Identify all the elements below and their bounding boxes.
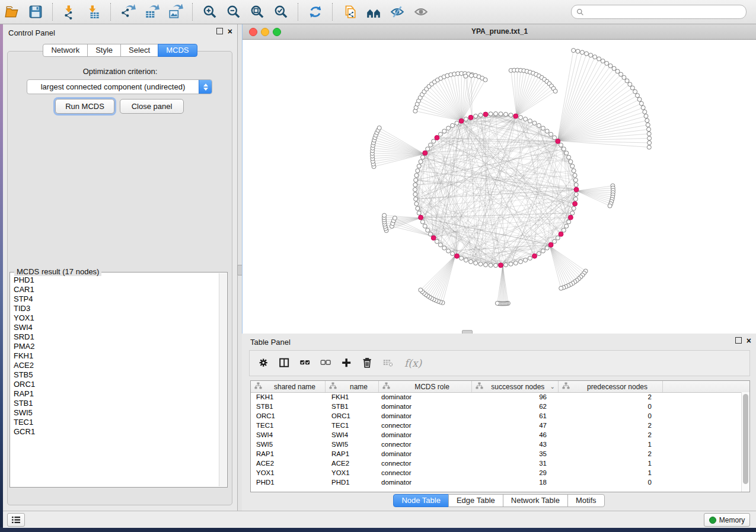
tab-motifs[interactable]: Motifs	[567, 494, 605, 507]
table-cell: 46	[470, 430, 556, 440]
column-header-successor-nodes[interactable]: successor nodes⌄	[472, 381, 559, 392]
window-minimize-button[interactable]	[261, 28, 269, 36]
column-header-MCDS-role[interactable]: MCDS role	[379, 381, 472, 392]
table-row[interactable]: ORC1ORC1dominator610	[251, 411, 742, 421]
table-row[interactable]: YOX1YOX1connector291	[251, 468, 742, 477]
mcds-list-scrollbar[interactable]	[219, 273, 227, 486]
table-row[interactable]: SWI5SWI5connector431	[251, 440, 742, 449]
table-row[interactable]: PHD1PHD1dominator180	[251, 477, 742, 487]
zoom-in-icon[interactable]	[201, 3, 219, 21]
search-network-icon[interactable]	[365, 3, 382, 21]
table-cell: 0	[556, 402, 660, 411]
mcds-result-item[interactable]: ACE2	[14, 361, 219, 370]
node-table-header[interactable]: shared namenameMCDS rolesuccessor nodes⌄…	[251, 381, 749, 393]
column-header-predecessor-nodes[interactable]: predecessor nodes	[559, 381, 663, 392]
tab-network-table[interactable]: Network Table	[503, 494, 568, 507]
table-scrollbar[interactable]	[741, 392, 749, 492]
mcds-result-item[interactable]: YOX1	[14, 313, 219, 323]
mcds-result-item[interactable]: STP4	[14, 294, 219, 304]
import-table-icon[interactable]	[85, 3, 103, 21]
table-row[interactable]: SWI4SWI4dominator462	[251, 430, 742, 440]
export-image-icon[interactable]	[167, 3, 184, 21]
refresh-icon[interactable]	[307, 3, 324, 21]
zoom-out-icon[interactable]	[225, 3, 243, 21]
mcds-result-list[interactable]: PHD1CAR1STP4TID3YOX1SWI4SRD1PMA2FKH1ACE2…	[11, 275, 219, 486]
table-scrollbar-thumb[interactable]	[743, 394, 748, 484]
select-all-icon[interactable]	[299, 357, 312, 370]
close-panel-icon[interactable]: ×	[228, 28, 232, 34]
show-columns-icon[interactable]	[279, 357, 291, 370]
mcds-result-item[interactable]: TEC1	[14, 418, 219, 427]
table-row[interactable]: TEC1TEC1connector472	[251, 421, 742, 430]
zoom-fit-icon[interactable]	[248, 3, 266, 21]
mcds-result-item[interactable]: RAP1	[14, 389, 219, 399]
table-panel-titlebar: Table Panel ×	[242, 334, 756, 349]
export-table-icon[interactable]	[143, 3, 161, 21]
tab-style[interactable]: Style	[87, 44, 121, 57]
show-all-icon[interactable]	[412, 3, 430, 21]
toolbar-search[interactable]	[571, 5, 747, 19]
deselect-all-icon[interactable]	[320, 357, 333, 370]
network-graph[interactable]	[243, 40, 756, 334]
save-session-icon[interactable]	[27, 3, 44, 21]
close-table-panel-icon[interactable]: ×	[747, 338, 751, 344]
search-input[interactable]	[587, 7, 741, 17]
table-row[interactable]: STB1STB1dominator620	[251, 402, 742, 411]
column-header-shared-name[interactable]: shared name	[251, 381, 326, 392]
table-settings-icon[interactable]	[258, 357, 270, 370]
table-cell: PHD1	[251, 477, 325, 487]
task-history-button[interactable]	[7, 513, 25, 527]
mcds-result-item[interactable]: FKH1	[14, 351, 219, 361]
mcds-result-item[interactable]: STB1	[14, 399, 219, 408]
memory-button[interactable]: Memory	[704, 513, 750, 527]
mcds-result-item[interactable]: TID3	[14, 304, 219, 313]
clone-network-icon[interactable]	[341, 3, 359, 21]
table-panel-tabs: Node TableEdge TableNetwork TableMotifs	[242, 494, 756, 507]
mcds-result-item[interactable]: ORC1	[14, 380, 219, 389]
search-icon	[576, 8, 584, 16]
hide-selected-icon[interactable]	[388, 3, 406, 21]
network-canvas[interactable]	[243, 40, 756, 334]
table-cell: ACE2	[325, 459, 378, 468]
mcds-result-item[interactable]: GCR1	[14, 427, 219, 437]
table-cell: SWI5	[325, 440, 378, 449]
criterion-dropdown[interactable]: largest connected component (undirected)	[27, 79, 212, 94]
memory-status-icon	[709, 517, 716, 524]
mcds-result-item[interactable]: CAR1	[14, 285, 219, 294]
table-cell: connector	[378, 421, 470, 430]
table-row[interactable]: ACE2ACE2connector311	[251, 459, 742, 468]
table-cell: 1	[556, 468, 660, 477]
mcds-result-item[interactable]: SWI4	[14, 323, 219, 332]
tab-network[interactable]: Network	[43, 44, 88, 57]
window-zoom-button[interactable]	[273, 28, 281, 36]
export-network-icon[interactable]	[119, 3, 137, 21]
desktop: Control Panel × NetworkStyleSelectMCDS O…	[0, 0, 756, 532]
table-row[interactable]: FKH1FKH1dominator962	[251, 392, 742, 402]
mcds-result-item[interactable]: PHD1	[14, 275, 219, 285]
zoom-selected-icon[interactable]	[272, 3, 290, 21]
mcds-result-item[interactable]: PMA2	[14, 342, 219, 351]
mcds-result-item[interactable]: SWI5	[14, 408, 219, 418]
add-row-icon[interactable]	[341, 357, 353, 370]
table-row[interactable]: RAP1RAP1dominator352	[251, 449, 742, 459]
close-panel-button[interactable]: Close panel	[120, 99, 184, 114]
float-panel-icon[interactable]	[216, 28, 223, 34]
window-close-button[interactable]	[249, 28, 257, 36]
mcds-result-item[interactable]: SRD1	[14, 332, 219, 342]
run-mcds-button[interactable]: Run MCDS	[55, 99, 114, 114]
tab-mcds[interactable]: MCDS	[158, 44, 197, 57]
control-panel-title: Control Panel	[8, 28, 55, 37]
delete-row-icon[interactable]	[362, 357, 374, 370]
tab-edge-table[interactable]: Edge Table	[448, 494, 503, 507]
node-table-body[interactable]: FKH1FKH1dominator962STB1STB1dominator620…	[251, 392, 742, 492]
column-header-name[interactable]: name	[326, 381, 379, 392]
mcds-result-item[interactable]: STB5	[14, 370, 219, 380]
table-cell: dominator	[378, 430, 470, 440]
function-builder-icon: f(x)	[404, 357, 422, 369]
open-file-icon[interactable]	[3, 3, 21, 21]
tab-node-table[interactable]: Node Table	[393, 494, 449, 507]
import-network-icon[interactable]	[61, 3, 79, 21]
tab-select[interactable]: Select	[120, 44, 158, 57]
network-window-titlebar[interactable]: YPA_prune.txt_1	[243, 24, 756, 40]
float-table-panel-icon[interactable]	[735, 337, 742, 344]
